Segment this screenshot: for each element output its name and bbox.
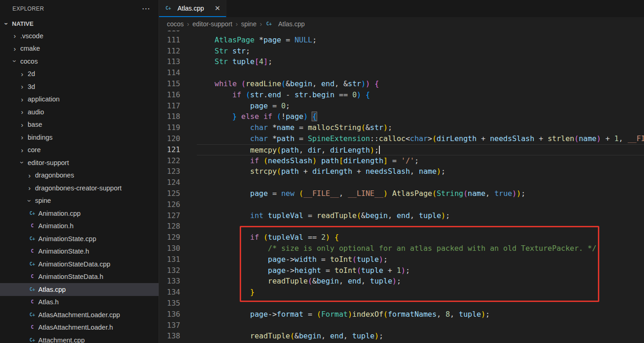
line-number[interactable]: 132: [159, 265, 180, 276]
sidebar-file-AtlasAttachmentLoader.h[interactable]: CAtlasAttachmentLoader.h: [0, 321, 159, 334]
line-number[interactable]: 117: [159, 101, 180, 112]
line-number[interactable]: 130: [159, 243, 180, 254]
code-line-content[interactable]: if (needsSlash) path[dirLength] = '/';: [197, 155, 644, 166]
line-number[interactable]: 124: [159, 177, 180, 188]
code-line-content[interactable]: Str tuple[4];: [197, 56, 644, 67]
line-number[interactable]: 115: [159, 78, 180, 89]
line-number[interactable]: 126: [159, 199, 180, 210]
line-number[interactable]: 135: [159, 298, 180, 309]
tab-atlas-cpp[interactable]: C+ Atlas.cpp ✕: [159, 0, 226, 17]
chevron-right-icon[interactable]: ›: [26, 184, 33, 191]
code-editor[interactable]: 110111AtlasPage *page = NULL;112Str str;…: [159, 30, 644, 343]
sidebar-folder-audio[interactable]: ›audio: [0, 106, 159, 118]
chevron-right-icon[interactable]: ›: [26, 172, 33, 179]
line-number[interactable]: 121: [159, 144, 180, 155]
line-number[interactable]: 119: [159, 122, 180, 133]
code-line-content[interactable]: [197, 30, 644, 35]
chevron-right-icon[interactable]: ›: [18, 96, 26, 103]
breadcrumb-item-editor-support[interactable]: editor-support: [193, 20, 232, 28]
chevron-right-icon[interactable]: ›: [18, 71, 26, 77]
chevron-right-icon[interactable]: ›: [18, 121, 26, 128]
breadcrumb-item-cocos[interactable]: cocos: [167, 20, 184, 28]
chevron-right-icon[interactable]: ›: [18, 147, 26, 154]
code-line-content[interactable]: char *name = mallocString(&str);: [197, 122, 644, 133]
sidebar-file-Animation.h[interactable]: CAnimation.h: [0, 220, 159, 233]
sidebar-folder-cocos[interactable]: ›cocos: [0, 55, 159, 68]
line-number[interactable]: 136: [159, 309, 180, 320]
sidebar-file-AnimationStateData.cpp[interactable]: C+AnimationStateData.cpp: [0, 258, 159, 271]
code-line-content[interactable]: [197, 177, 644, 188]
chevron-down-icon[interactable]: ›: [26, 197, 33, 204]
line-number[interactable]: 111: [159, 35, 180, 46]
code-line-content[interactable]: [197, 221, 644, 232]
chevron-right-icon[interactable]: ›: [18, 108, 26, 115]
code-line-content[interactable]: page = 0;: [197, 101, 644, 112]
sidebar-folder-bindings[interactable]: ›bindings: [0, 131, 159, 144]
code-line-content[interactable]: } else if (!page) {: [197, 111, 644, 122]
close-icon[interactable]: ✕: [214, 5, 220, 12]
breadcrumb-item-spine[interactable]: spine: [241, 20, 256, 28]
sidebar-folder-editor-support[interactable]: ›editor-support: [0, 156, 159, 169]
line-number[interactable]: 125: [159, 188, 180, 199]
sidebar-file-Animation.cpp[interactable]: C+Animation.cpp: [0, 207, 159, 220]
chevron-right-icon[interactable]: ›: [11, 45, 18, 52]
code-line-content[interactable]: page->width = toInt(tuple);: [197, 254, 644, 265]
sidebar-folder-base[interactable]: ›base: [0, 118, 159, 131]
code-line-content[interactable]: if (str.end - str.begin == 0) {: [197, 89, 644, 101]
sidebar-file-AnimationState.cpp[interactable]: C+AnimationState.cpp: [0, 232, 159, 245]
more-actions-icon[interactable]: ⋯: [142, 5, 150, 13]
sidebar-folder-application[interactable]: ›application: [0, 93, 159, 106]
sidebar-folder-dragonbones[interactable]: ›dragonbones: [0, 169, 159, 182]
chevron-right-icon[interactable]: ›: [11, 32, 18, 39]
line-number[interactable]: 134: [159, 287, 180, 298]
line-number[interactable]: 138: [159, 331, 180, 342]
line-number[interactable]: 131: [159, 254, 180, 265]
code-line-content[interactable]: Str str;: [197, 46, 644, 57]
code-line-content[interactable]: }: [197, 287, 644, 298]
sidebar-folder-core[interactable]: ›core: [0, 144, 159, 157]
code-line-content[interactable]: char *path = SpineExtension::calloc<char…: [197, 133, 644, 144]
sidebar-folder-.vscode[interactable]: ›.vscode: [0, 30, 159, 42]
line-number[interactable]: 112: [159, 46, 180, 57]
line-number[interactable]: 114: [159, 67, 180, 78]
code-line-content[interactable]: page = new (__FILE__, __LINE__) AtlasPag…: [197, 188, 644, 199]
line-number[interactable]: 116: [159, 89, 180, 101]
code-line-content[interactable]: readTuple(&begin, end, tuple);: [197, 276, 644, 287]
code-line-content[interactable]: [197, 298, 644, 309]
sidebar-file-Atlas.cpp[interactable]: C+Atlas.cpp: [0, 283, 159, 296]
sidebar-file-AnimationState.h[interactable]: CAnimationState.h: [0, 245, 159, 258]
sidebar-folder-dragonbones-creator-support[interactable]: ›dragonbones-creator-support: [0, 182, 159, 195]
line-number[interactable]: 128: [159, 221, 180, 232]
line-number[interactable]: 120: [159, 133, 180, 144]
code-line-content[interactable]: [197, 320, 644, 331]
sidebar-folder-spine[interactable]: ›spine: [0, 195, 159, 207]
code-line-content[interactable]: readTuple(&begin, end, tuple);: [197, 331, 644, 342]
line-number[interactable]: 113: [159, 56, 180, 67]
code-line-content[interactable]: int tupleVal = readTuple(&begin, end, tu…: [197, 210, 644, 221]
chevron-down-icon[interactable]: ›: [19, 159, 26, 166]
line-number[interactable]: 118: [159, 111, 180, 122]
chevron-right-icon[interactable]: ›: [18, 83, 26, 90]
sidebar-file-AtlasAttachmentLoader.cpp[interactable]: C+AtlasAttachmentLoader.cpp: [0, 308, 159, 321]
code-line-content[interactable]: while (readLine(&begin, end, &str)) {: [197, 78, 644, 89]
code-line-content[interactable]: /* size is only optional for an atlas pa…: [197, 243, 644, 254]
code-line-content[interactable]: [197, 67, 644, 78]
line-number[interactable]: 133: [159, 276, 180, 287]
line-number[interactable]: 137: [159, 320, 180, 331]
code-line-content[interactable]: if (tupleVal == 2) {: [197, 232, 644, 243]
workspace-root[interactable]: › NATIVE: [0, 18, 159, 30]
code-line-content[interactable]: memcpy(path, dir, dirLength);: [197, 144, 644, 155]
sidebar-file-Attachment.cpp[interactable]: C+Attachment.cpp: [0, 334, 159, 343]
sidebar-file-AnimationStateData.h[interactable]: CAnimationStateData.h: [0, 271, 159, 284]
line-number[interactable]: 127: [159, 210, 180, 221]
code-line-content[interactable]: [197, 199, 644, 210]
code-line-content[interactable]: strcpy(path + dirLength + needsSlash, na…: [197, 166, 644, 177]
code-line-content[interactable]: page->format = (Format)indexOf(formatNam…: [197, 309, 644, 320]
code-line-content[interactable]: AtlasPage *page = NULL;: [197, 35, 644, 46]
line-number[interactable]: 129: [159, 232, 180, 243]
sidebar-folder-3d[interactable]: ›3d: [0, 80, 159, 93]
chevron-right-icon[interactable]: ›: [18, 134, 26, 141]
sidebar-file-Atlas.h[interactable]: CAtlas.h: [0, 296, 159, 309]
breadcrumb-item-file[interactable]: Atlas.cpp: [278, 20, 305, 28]
sidebar-folder-2d[interactable]: ›2d: [0, 68, 159, 81]
